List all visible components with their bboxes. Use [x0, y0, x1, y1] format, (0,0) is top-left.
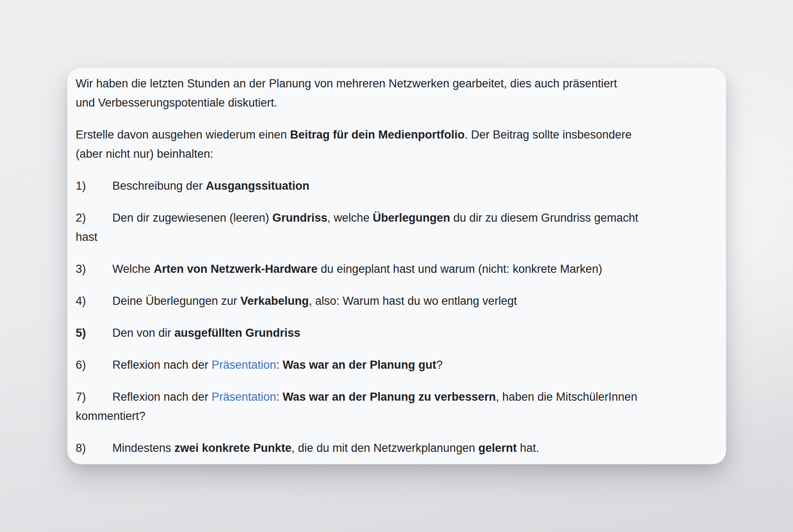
list-number: 4) [76, 292, 113, 311]
content-card: Wir haben die letzten Stunden an der Pla… [67, 68, 726, 464]
bold-text-run: Verkabelung [240, 295, 309, 307]
text-run: , haben die MitschülerInnen [496, 390, 637, 403]
text-run: Wir haben die letzten Stunden an der Pla… [76, 77, 617, 90]
text-run: ? [436, 359, 443, 371]
text-run: Reflexion nach der [113, 390, 212, 403]
text-run: : [276, 390, 283, 403]
list-number: 3) [76, 260, 113, 279]
list-number: 1) [76, 176, 113, 196]
text-run: Beschreibung der [113, 179, 206, 192]
list-item-2: 2)Den dir zugewiesenen (leeren) Grundris… [76, 208, 718, 247]
text-run: du dir zu diesem Grundriss gemacht [450, 211, 638, 224]
document-body: Wir haben die letzten Stunden an der Pla… [76, 74, 718, 458]
text-run: Welche [113, 263, 154, 275]
praesentation-link[interactable]: Präsentation [211, 390, 276, 403]
list-number: 7) [76, 387, 113, 407]
list-number: 6) [76, 356, 113, 375]
text-run: , die du mit den Netzwerkplanungen [292, 442, 478, 454]
text-run: Erstelle davon ausgehen wiederum einen [76, 128, 290, 141]
list-item-7: 7)Reflexion nach der Präsentation: Was w… [76, 387, 718, 426]
bold-text-run: Was war an der Planung gut [283, 359, 437, 371]
bold-text-run: gelernt [478, 442, 517, 454]
text-run: , welche [327, 211, 373, 224]
text-run: hat. [517, 442, 539, 454]
text-run: Mindestens [113, 442, 175, 454]
bold-text-run: Was war an der Planung zu verbessern [283, 390, 496, 403]
bold-text-run: Grundriss [272, 211, 327, 224]
bold-text-run: Beitrag für dein Medienportfolio [290, 128, 465, 141]
text-run: , also: Warum hast du wo entlang verlegt [309, 295, 517, 307]
list-number: 2) [76, 208, 113, 228]
text-run: Den dir zugewiesenen (leeren) [113, 211, 272, 224]
praesentation-link[interactable]: Präsentation [211, 359, 276, 371]
text-run: und Verbesserungspotentiale diskutiert. [76, 96, 278, 109]
intro-paragraph-2: Erstelle davon ausgehen wiederum einen B… [76, 125, 718, 164]
list-item-3: 3)Welche Arten von Netzwerk-Hardware du … [76, 260, 718, 279]
text-run: Reflexion nach der [113, 359, 212, 371]
list-item-5: 5)Den von dir ausgefüllten Grundriss [76, 324, 718, 343]
list-number: 5) [76, 324, 113, 343]
text-run: kommentiert? [76, 410, 146, 422]
bold-text-run: ausgefüllten Grundriss [174, 327, 301, 339]
page-background: { "colors": { "card_background": "#f8f9f… [0, 0, 793, 532]
bold-text-run: zwei konkrete Punkte [174, 442, 292, 454]
intro-paragraph-1: Wir haben die letzten Stunden an der Pla… [76, 74, 718, 113]
text-run: du eingeplant hast und warum (nicht: kon… [318, 263, 602, 275]
list-number: 8) [76, 439, 113, 458]
list-item-6: 6)Reflexion nach der Präsentation: Was w… [76, 356, 718, 375]
text-run: : [276, 359, 283, 371]
list-item-8: 8)Mindestens zwei konkrete Punkte, die d… [76, 439, 718, 458]
text-run: Den von dir [113, 327, 175, 339]
bold-text-run: Arten von Netzwerk-Hardware [154, 263, 318, 275]
text-run: (aber nicht nur) beinhalten: [76, 147, 214, 160]
text-run: Deine Überlegungen zur [113, 295, 240, 307]
bold-text-run: Überlegungen [373, 211, 450, 224]
text-run: . Der Beitrag sollte insbesondere [465, 128, 632, 141]
list-item-4: 4)Deine Überlegungen zur Verkabelung, al… [76, 292, 718, 311]
list-item-1: 1)Beschreibung der Ausgangssituation [76, 176, 718, 196]
bold-text-run: Ausgangssituation [206, 179, 310, 192]
text-run: hast [76, 231, 98, 243]
